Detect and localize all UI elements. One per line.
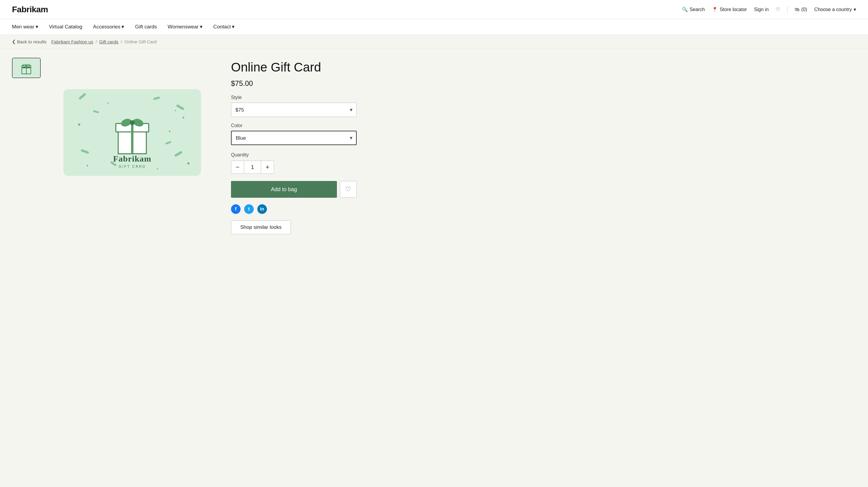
nav-item-menwear[interactable]: Men wear ▾ [12, 24, 38, 30]
heart-icon: ♡ [345, 186, 351, 193]
svg-text:✦: ✦ [77, 122, 82, 128]
chevron-down-icon: ▾ [200, 24, 203, 30]
back-to-results-link[interactable]: ❮ Back to results [12, 39, 46, 44]
svg-text:✦: ✦ [156, 167, 159, 170]
primary-nav: Men wear ▾ Virtual Catalog Accessories ▾… [0, 19, 868, 35]
svg-rect-27 [131, 130, 133, 154]
style-select-wrap: $25 $50 $75 $100 $150 $200 ▾ [231, 103, 356, 117]
thumbnail-1[interactable] [12, 58, 41, 78]
color-label: Color [231, 123, 356, 128]
svg-text:✦: ✦ [182, 115, 185, 120]
svg-text:✦: ✦ [168, 129, 171, 133]
product-images: ✦ ✦ ✦ ✦ ✦ ✦ ✦ · ✦ ✦ [12, 58, 219, 477]
shop-similar-button[interactable]: Shop similar looks [231, 221, 291, 234]
linkedin-icon: in [260, 206, 264, 212]
color-select[interactable]: Blue Green Red Gold [231, 131, 356, 145]
header-right: 🔍 Search 📍 Store locator Sign in ♡ 🛍 (0)… [682, 6, 856, 13]
add-to-bag-button[interactable]: Add to bag [231, 181, 337, 198]
header: Fabrikam 🔍 Search 📍 Store locator Sign i… [0, 0, 868, 19]
svg-text:·: · [93, 133, 94, 136]
quantity-value: 1 [244, 161, 261, 174]
store-locator-button[interactable]: 📍 Store locator [712, 7, 747, 12]
nav-item-giftcards[interactable]: Gift cards [135, 24, 157, 30]
main-product-image: ✦ ✦ ✦ ✦ ✦ ✦ ✦ · ✦ ✦ [45, 58, 219, 207]
chevron-down-icon: ▾ [122, 24, 124, 30]
product-price: $75.00 [231, 79, 356, 88]
search-button[interactable]: 🔍 Search [682, 7, 705, 12]
main-content: ✦ ✦ ✦ ✦ ✦ ✦ ✦ · ✦ ✦ [0, 49, 868, 486]
facebook-icon: f [235, 206, 236, 212]
style-select[interactable]: $25 $50 $75 $100 $150 $200 [231, 103, 356, 117]
svg-text:✦: ✦ [107, 101, 109, 105]
breadcrumb-separator: / [95, 39, 97, 44]
store-locator-icon: 📍 [712, 7, 718, 12]
nav-item-virtualcatalog[interactable]: Virtual Catalog [49, 24, 82, 30]
thumbnail-list [12, 58, 41, 477]
quantity-label: Quantity [231, 152, 356, 158]
quantity-control: − 1 + [231, 161, 356, 174]
bag-button[interactable]: 🛍 (0) [795, 7, 807, 12]
nav-item-contact[interactable]: Contact ▾ [213, 24, 235, 30]
minus-icon: − [236, 163, 240, 171]
quantity-increase-button[interactable]: + [261, 161, 274, 174]
breadcrumb-separator-2: / [121, 39, 122, 44]
color-select-wrap: Color Blue Green Red Gold ▾ [231, 123, 356, 145]
sign-in-button[interactable]: Sign in [754, 7, 769, 12]
breadcrumb-current: Online Gift Card [124, 39, 157, 44]
social-share-row: f t in [231, 204, 356, 214]
color-inner-wrap: Blue Green Red Gold ▾ [231, 131, 356, 145]
product-details: Online Gift Card $75.00 Style $25 $50 $7… [231, 58, 356, 477]
search-icon: 🔍 [682, 7, 688, 12]
svg-text:Fabrikam: Fabrikam [113, 154, 151, 163]
chevron-down-icon: ▾ [36, 24, 38, 30]
breadcrumb-giftcards-link[interactable]: Gift cards [99, 39, 119, 44]
nav-item-womenswear[interactable]: Womenswear ▾ [167, 24, 203, 30]
chevron-down-icon: ▾ [854, 7, 856, 12]
svg-text:✦: ✦ [174, 109, 177, 112]
wishlist-button[interactable]: ♡ [340, 181, 356, 198]
product-title: Online Gift Card [231, 60, 356, 74]
svg-text:✦: ✦ [86, 164, 89, 168]
header-divider [787, 6, 787, 13]
nav-item-accessories[interactable]: Accessories ▾ [93, 24, 124, 30]
wishlist-button[interactable]: ♡ [776, 7, 780, 12]
chevron-left-icon: ❮ [12, 39, 16, 44]
quantity-decrease-button[interactable]: − [231, 161, 244, 174]
svg-point-31 [130, 120, 135, 125]
facebook-share-button[interactable]: f [231, 204, 241, 214]
bag-icon: 🛍 [795, 7, 800, 12]
svg-text:✦: ✦ [186, 161, 191, 167]
style-label: Style [231, 95, 356, 100]
twitter-icon: t [248, 206, 250, 212]
linkedin-share-button[interactable]: in [257, 204, 267, 214]
country-selector[interactable]: Choose a country ▾ [814, 7, 856, 12]
heart-icon: ♡ [776, 7, 780, 12]
svg-text:GIFT CARD: GIFT CARD [119, 165, 146, 169]
add-row: Add to bag ♡ [231, 181, 356, 198]
plus-icon: + [266, 163, 270, 171]
twitter-share-button[interactable]: t [244, 204, 254, 214]
chevron-down-icon: ▾ [232, 24, 235, 30]
brand-logo[interactable]: Fabrikam [12, 5, 48, 14]
breadcrumb-home-link[interactable]: Fabrikam Fashion us [51, 39, 93, 44]
breadcrumb: ❮ Back to results Fabrikam Fashion us / … [0, 35, 868, 49]
